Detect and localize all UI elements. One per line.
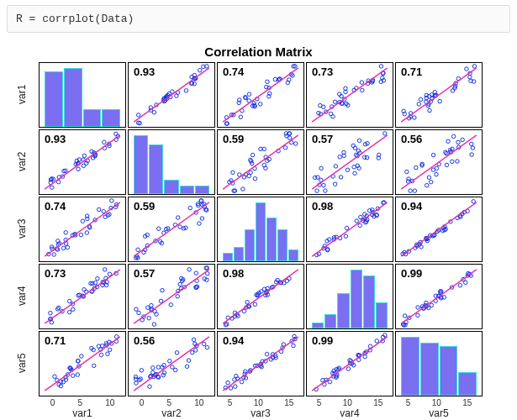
svg-point-258 [456, 140, 460, 144]
svg-point-597 [151, 366, 155, 370]
svg-point-269 [431, 168, 435, 171]
corr-value: 0.94 [401, 200, 422, 213]
scatter-cell: 0.99 [306, 331, 393, 396]
histogram [218, 197, 303, 261]
svg-point-68 [239, 115, 242, 118]
svg-point-200 [251, 153, 254, 156]
svg-point-272 [405, 170, 409, 173]
svg-point-490 [253, 302, 256, 306]
svg-point-579 [99, 353, 103, 356]
scatter-cell: 0.74 [217, 62, 304, 128]
svg-point-590 [61, 380, 65, 383]
svg-point-89 [333, 100, 336, 103]
x-labels: var1var2var3var4var5 [39, 407, 517, 419]
svg-point-43 [266, 80, 269, 83]
scatter-cell: 0.56 [395, 129, 483, 195]
svg-point-611 [205, 345, 208, 349]
svg-point-252 [427, 176, 430, 179]
svg-point-643 [265, 352, 268, 355]
svg-point-46 [258, 102, 261, 106]
svg-point-644 [226, 381, 229, 384]
svg-point-477 [159, 299, 162, 302]
corr-value: 0.56 [401, 133, 422, 145]
svg-point-335 [157, 227, 161, 230]
svg-point-584 [106, 352, 109, 355]
svg-point-124 [419, 97, 422, 101]
svg-point-526 [416, 313, 419, 317]
histogram [129, 130, 214, 194]
svg-point-650 [292, 344, 295, 347]
svg-point-623 [171, 365, 174, 369]
svg-point-371 [359, 215, 362, 218]
svg-point-313 [79, 233, 82, 236]
svg-point-461 [147, 316, 150, 319]
svg-point-624 [168, 360, 171, 363]
svg-point-421 [103, 268, 106, 271]
svg-point-416 [472, 200, 475, 203]
scatter-cell: 0.71 [395, 62, 483, 128]
scatter-cell: 0.57 [306, 129, 393, 195]
scatter-cell: 0.56 [128, 331, 215, 396]
x-label: var3 [217, 407, 304, 419]
corr-value: 0.99 [401, 267, 422, 280]
svg-point-246 [470, 142, 473, 145]
svg-point-574 [76, 373, 79, 376]
svg-point-22 [175, 94, 178, 97]
svg-point-133 [472, 65, 476, 68]
svg-point-291 [97, 207, 100, 211]
svg-point-653 [229, 386, 232, 390]
svg-point-469 [135, 307, 138, 311]
svg-point-484 [146, 306, 150, 309]
corr-value: 0.74 [223, 66, 244, 78]
svg-point-587 [80, 354, 83, 358]
y-label: var3 [16, 222, 28, 239]
x-ticks: 05100510510155101551015 [39, 398, 517, 407]
svg-point-241 [333, 182, 336, 186]
hist-cell [217, 197, 304, 262]
svg-point-190 [285, 134, 288, 138]
svg-point-615 [148, 385, 151, 388]
svg-point-243 [365, 155, 368, 159]
svg-point-614 [185, 365, 188, 368]
y-label: var4 [16, 289, 28, 306]
svg-point-54 [247, 92, 251, 96]
svg-point-249 [451, 160, 454, 163]
svg-point-617 [202, 342, 205, 345]
scatter-cell: 0.94 [217, 331, 304, 396]
svg-point-506 [285, 279, 288, 282]
svg-point-622 [194, 349, 198, 352]
svg-point-188 [251, 162, 254, 165]
svg-point-266 [471, 146, 474, 150]
svg-point-278 [414, 165, 418, 169]
svg-point-350 [344, 234, 347, 238]
corr-value: 0.94 [223, 334, 244, 347]
svg-point-220 [319, 166, 323, 170]
svg-point-424 [82, 287, 86, 291]
corr-value: 0.73 [45, 267, 66, 280]
svg-point-103 [360, 81, 363, 84]
corr-value: 0.56 [134, 334, 155, 347]
svg-point-459 [169, 303, 172, 307]
y-label: var2 [16, 155, 28, 171]
svg-point-180 [294, 142, 298, 145]
histogram [307, 265, 393, 328]
svg-point-504 [245, 301, 249, 304]
svg-point-668 [375, 339, 378, 343]
svg-point-21 [198, 68, 201, 71]
svg-point-250 [409, 189, 412, 192]
corr-value: 0.57 [312, 133, 333, 145]
hist-cell [395, 331, 483, 396]
corr-value: 0.71 [401, 66, 422, 78]
svg-point-159 [82, 164, 85, 167]
svg-point-259 [435, 172, 438, 176]
svg-point-260 [446, 139, 450, 143]
svg-point-342 [178, 225, 182, 228]
svg-point-270 [451, 134, 455, 138]
svg-point-603 [173, 368, 177, 371]
svg-point-218 [334, 165, 337, 168]
svg-point-478 [176, 295, 179, 298]
svg-point-88 [321, 105, 324, 108]
svg-point-564 [108, 348, 111, 351]
svg-point-551 [458, 284, 462, 287]
svg-point-307 [64, 231, 67, 234]
